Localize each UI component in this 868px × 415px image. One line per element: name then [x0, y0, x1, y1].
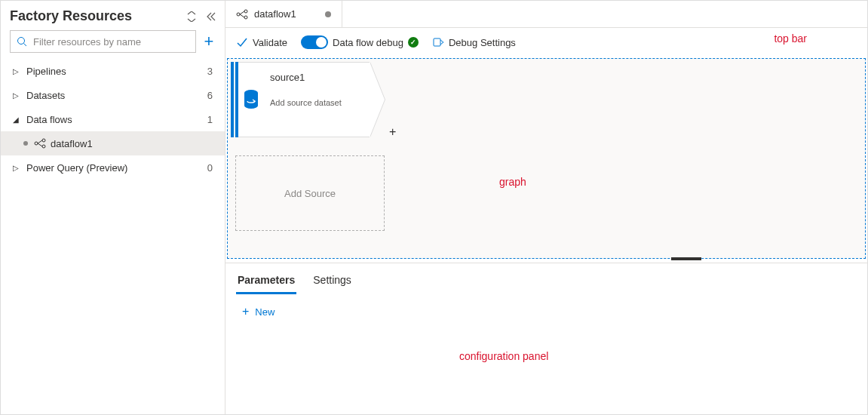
tree-item-label: Datasets — [26, 90, 207, 101]
svg-point-0 — [18, 38, 25, 45]
config-tab-label: Parameters — [238, 274, 295, 286]
new-label: New — [255, 306, 275, 318]
add-source-placeholder[interactable]: Add Source — [235, 155, 385, 231]
svg-line-5 — [38, 140, 42, 143]
chevron-down-icon: ◢ — [13, 115, 22, 124]
sidebar-header: Factory Resources — [1, 1, 225, 30]
tree-item-count: 1 — [207, 114, 213, 125]
svg-line-11 — [240, 14, 244, 17]
overlay-topbar-label: top bar — [774, 32, 807, 45]
config-tab-parameters[interactable]: Parameters — [236, 271, 296, 294]
tree-item-count: 3 — [207, 66, 213, 77]
tree-item-datasets[interactable]: ▷ Datasets 6 — [1, 83, 225, 107]
svg-point-8 — [244, 10, 247, 13]
node-arrow — [370, 62, 385, 137]
tab-label: dataflow1 — [254, 8, 296, 20]
config-tabs: Parameters Settings — [225, 263, 867, 294]
source-node[interactable]: source1 Add source dataset — [231, 62, 385, 137]
debug-status-icon: ✓ — [408, 37, 419, 48]
check-icon — [236, 36, 248, 48]
graph-canvas[interactable]: source1 Add source dataset + Add Source … — [227, 58, 866, 259]
splitter-handle[interactable] — [671, 257, 701, 260]
tree-item-dataflows[interactable]: ◢ Data flows 1 — [1, 107, 225, 131]
debug-settings-icon — [432, 36, 444, 48]
editor-tab-dataflow1[interactable]: dataflow1 — [225, 1, 342, 27]
config-tab-label: Settings — [313, 274, 351, 286]
svg-line-10 — [240, 11, 244, 14]
overlay-graph-label: graph — [499, 176, 526, 188]
expand-all-icon[interactable] — [186, 11, 198, 23]
svg-point-7 — [237, 13, 240, 16]
filter-input-container[interactable] — [10, 30, 196, 53]
svg-point-2 — [35, 142, 38, 145]
tree-item-label: dataflow1 — [51, 138, 217, 149]
tree-item-count: 0 — [207, 162, 213, 174]
config-panel: Parameters Settings + New configuration … — [225, 263, 867, 414]
source-title: source1 — [270, 72, 363, 83]
collapse-sidebar-icon[interactable] — [205, 11, 217, 23]
tree-item-label: Pipelines — [26, 66, 207, 77]
overlay-config-label: configuration panel — [459, 350, 548, 362]
resource-tree: ▷ Pipelines 3 ▷ Datasets 6 ◢ Data flows … — [1, 59, 225, 414]
tree-item-label: Power Query (Preview) — [26, 162, 207, 174]
debug-settings-label: Debug Settings — [449, 37, 516, 48]
node-accent — [231, 62, 238, 137]
tree-item-powerquery[interactable]: ▷ Power Query (Preview) 0 — [1, 155, 225, 180]
dataflow-debug-toggle-group: Data flow debug ✓ — [301, 35, 419, 49]
add-transform-button[interactable]: + — [389, 125, 396, 139]
debug-label: Data flow debug — [333, 37, 403, 48]
sidebar-title: Factory Resources — [10, 8, 186, 24]
dataflow-icon — [34, 137, 46, 149]
filter-input[interactable] — [32, 31, 189, 52]
validate-label: Validate — [253, 37, 287, 48]
chevron-right-icon: ▷ — [13, 91, 22, 100]
svg-line-1 — [24, 44, 27, 47]
svg-rect-12 — [434, 38, 440, 46]
svg-point-3 — [42, 139, 45, 142]
toolbar: Validate Data flow debug ✓ Debug Setting… — [225, 28, 867, 57]
sidebar: Factory Resources + ▷ Pipel — [1, 1, 225, 414]
dirty-indicator-icon — [325, 11, 331, 17]
plus-icon: + — [242, 305, 249, 318]
dataflow-icon — [236, 8, 248, 20]
svg-point-9 — [244, 16, 247, 19]
add-source-label: Add Source — [284, 188, 336, 199]
validate-button[interactable]: Validate — [236, 36, 287, 48]
tree-item-pipelines[interactable]: ▷ Pipelines 3 — [1, 59, 225, 83]
debug-settings-button[interactable]: Debug Settings — [432, 36, 516, 48]
source-subtitle: Add source dataset — [270, 98, 363, 107]
config-tab-settings[interactable]: Settings — [311, 271, 353, 294]
tree-item-dataflow1[interactable]: dataflow1 — [1, 131, 225, 155]
svg-point-4 — [42, 145, 45, 148]
dirty-indicator-icon — [23, 141, 28, 146]
search-icon — [17, 36, 27, 47]
svg-line-6 — [38, 143, 42, 146]
editor-tabbar: dataflow1 — [225, 1, 867, 28]
dataset-icon — [238, 62, 264, 137]
chevron-right-icon: ▷ — [13, 164, 22, 172]
main-area: dataflow1 Validate Data flow debug ✓ — [225, 1, 867, 414]
add-resource-button[interactable]: + — [201, 33, 217, 50]
tree-item-label: Data flows — [26, 114, 207, 125]
debug-toggle[interactable] — [301, 35, 328, 49]
new-parameter-button[interactable]: + New — [242, 305, 275, 318]
tree-item-count: 6 — [207, 90, 213, 101]
chevron-right-icon: ▷ — [13, 67, 22, 75]
